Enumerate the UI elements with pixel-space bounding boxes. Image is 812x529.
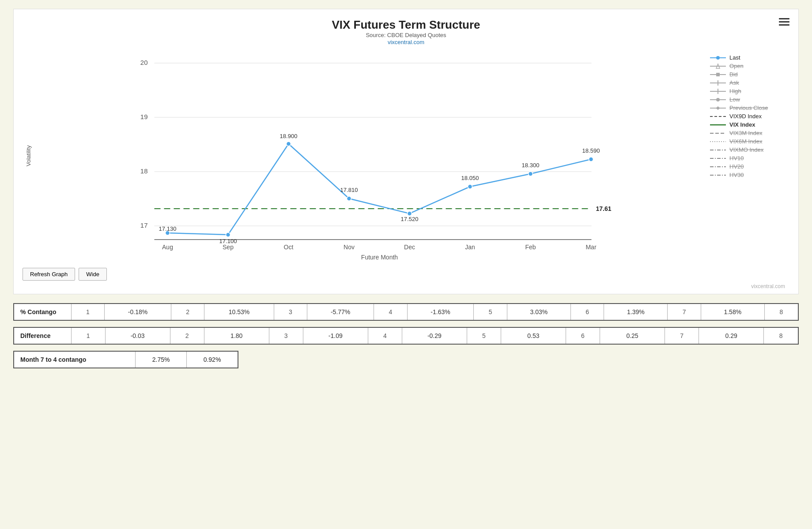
legend-vix9d[interactable]: VIX9D Index — [710, 113, 789, 120]
legend-hv20-label: HV20 — [729, 163, 744, 170]
chart-area: Volatility — [23, 50, 789, 262]
chart-plot: 20 19 18 17 17.61 — [31, 50, 701, 262]
contango-idx-7: 7 — [668, 304, 701, 320]
legend-hv30-label: HV30 — [729, 172, 744, 178]
diff-idx-6: 6 — [566, 327, 600, 344]
legend-prev-close-label: Previous Close — [729, 105, 768, 111]
month-contango-table: Month 7 to 4 contango 2.75% 0.92% — [13, 351, 238, 368]
legend-vixmo[interactable]: VIXMO Index — [710, 146, 789, 153]
data-point-dec — [408, 211, 412, 216]
contango-val-2: 10.53% — [204, 304, 274, 320]
svg-point-29 — [716, 56, 720, 60]
svg-text:Future Month: Future Month — [361, 254, 398, 261]
legend-low-label: Low — [729, 96, 740, 103]
legend-bid[interactable]: Bid — [710, 71, 789, 78]
legend-bid-label: Bid — [729, 71, 738, 78]
diff-val-7: 0.29 — [699, 327, 764, 344]
difference-table: Difference 1 -0.03 2 1.80 3 -1.09 4 -0.2… — [13, 327, 799, 345]
legend-vix6m-label: VIX6M Index — [729, 138, 762, 145]
legend-vix-label: VIX Index — [729, 121, 755, 128]
y-axis-label: Volatility — [23, 50, 31, 262]
legend-hv10-label: HV10 — [729, 155, 744, 161]
chart-title: VIX Futures Term Structure — [23, 18, 789, 32]
refresh-graph-button[interactable]: Refresh Graph — [23, 268, 75, 281]
contango-idx-5: 5 — [474, 304, 507, 320]
wide-button[interactable]: Wide — [79, 268, 107, 281]
svg-text:Aug: Aug — [162, 244, 173, 251]
chart-subtitle: Source: CBOE Delayed Quotes — [23, 32, 789, 38]
svg-text:18: 18 — [140, 167, 148, 175]
contango-val-4: -1.63% — [407, 304, 474, 320]
difference-label: Difference — [14, 327, 71, 344]
svg-text:20: 20 — [140, 59, 148, 66]
diff-idx-2: 2 — [170, 327, 204, 344]
legend-vix[interactable]: VIX Index — [710, 121, 789, 128]
diff-idx-5: 5 — [467, 327, 501, 344]
svg-text:18.300: 18.300 — [522, 162, 540, 169]
legend-hv10[interactable]: HV10 — [710, 155, 789, 161]
diff-val-3: -1.09 — [303, 327, 368, 344]
month-contango-val2: 0.92% — [187, 351, 238, 368]
data-point-mar — [589, 157, 593, 161]
legend-ask[interactable]: Ask — [710, 79, 789, 86]
legend-high[interactable]: High — [710, 88, 789, 94]
legend-ask-label: Ask — [729, 79, 739, 86]
month-contango-row: Month 7 to 4 contango 2.75% 0.92% — [14, 351, 238, 368]
svg-text:Dec: Dec — [404, 244, 415, 251]
data-point-sep — [226, 233, 230, 237]
legend-vix3m[interactable]: VIX3M Index — [710, 130, 789, 136]
legend-hv20[interactable]: HV20 — [710, 163, 789, 170]
month-contango-val1: 2.75% — [136, 351, 187, 368]
legend-low[interactable]: Low — [710, 96, 789, 103]
legend-vix9d-label: VIX9D Index — [729, 113, 762, 120]
contango-val-6: 1.39% — [604, 304, 668, 320]
contango-idx-3: 3 — [274, 304, 307, 320]
contango-val-1: -0.18% — [105, 304, 171, 320]
legend-prev-close[interactable]: Previous Close — [710, 105, 789, 111]
svg-text:17.130: 17.130 — [159, 225, 177, 232]
diff-val-5: 0.53 — [501, 327, 566, 344]
data-point-jan — [468, 184, 472, 189]
diff-val-4: -0.29 — [402, 327, 467, 344]
chart-link[interactable]: vixcentral.com — [388, 39, 424, 45]
chart-buttons: Refresh Graph Wide — [23, 268, 789, 281]
contango-val-7: 1.58% — [701, 304, 764, 320]
contango-idx-8: 8 — [764, 304, 798, 320]
svg-text:Jan: Jan — [465, 244, 475, 251]
menu-icon[interactable] — [779, 18, 789, 26]
data-point-oct — [287, 142, 291, 146]
legend-last[interactable]: Last — [710, 54, 789, 61]
data-point-feb — [529, 172, 533, 176]
chart-svg: 20 19 18 17 17.61 — [31, 50, 701, 262]
svg-marker-42 — [716, 106, 720, 110]
svg-rect-33 — [716, 73, 720, 76]
difference-row: Difference 1 -0.03 2 1.80 3 -1.09 4 -0.2… — [14, 327, 798, 344]
legend-vix3m-label: VIX3M Index — [729, 130, 762, 136]
diff-val-1: -0.03 — [105, 327, 170, 344]
month-contango-label: Month 7 to 4 contango — [14, 351, 136, 368]
data-point-nov — [347, 196, 351, 201]
contango-val-3: -5.77% — [307, 304, 374, 320]
legend-high-label: High — [729, 88, 741, 94]
diff-idx-7: 7 — [665, 327, 699, 344]
svg-text:17: 17 — [140, 221, 148, 229]
svg-text:Mar: Mar — [585, 244, 596, 251]
contango-idx-4: 4 — [374, 304, 408, 320]
svg-text:19: 19 — [140, 113, 148, 120]
svg-text:18.900: 18.900 — [280, 133, 298, 139]
contango-idx-2: 2 — [171, 304, 204, 320]
legend-open[interactable]: Open — [710, 63, 789, 69]
menu-bar-2 — [779, 21, 789, 23]
legend-hv30[interactable]: HV30 — [710, 172, 789, 178]
legend-open-label: Open — [729, 63, 744, 69]
diff-val-2: 1.80 — [204, 327, 269, 344]
legend-vix6m[interactable]: VIX6M Index — [710, 138, 789, 145]
tables-section: % Contango 1 -0.18% 2 10.53% 3 -5.77% 4 … — [13, 303, 799, 368]
svg-text:17.61: 17.61 — [596, 205, 612, 212]
svg-text:Oct: Oct — [284, 244, 294, 251]
diff-idx-3: 3 — [269, 327, 303, 344]
svg-text:Feb: Feb — [525, 244, 536, 251]
svg-text:17.810: 17.810 — [340, 187, 358, 193]
svg-text:Sep: Sep — [223, 244, 234, 251]
svg-text:18.050: 18.050 — [461, 175, 479, 181]
